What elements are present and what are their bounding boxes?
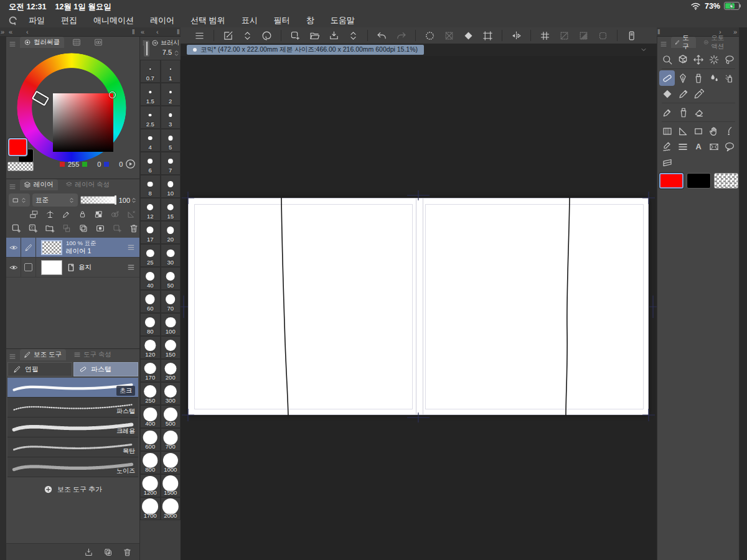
- tab-color-circle[interactable]: 컬러써클: [20, 37, 64, 48]
- layer-menu-handle[interactable]: [127, 243, 139, 251]
- pencil-tool[interactable]: [691, 70, 706, 86]
- menu-item-1[interactable]: 편집: [61, 15, 77, 26]
- layers-panel-menu-icon[interactable]: [9, 183, 16, 190]
- brush-size-3[interactable]: 3: [161, 106, 181, 129]
- select-area-button[interactable]: [421, 29, 438, 42]
- decoration-tool[interactable]: [659, 139, 674, 154]
- canvas-viewport[interactable]: [181, 56, 657, 560]
- tonal-correction[interactable]: [45, 210, 55, 219]
- tab-list-chevron[interactable]: [639, 45, 648, 54]
- brush-size-50[interactable]: 50: [161, 267, 181, 290]
- layer-row-1[interactable]: 용지: [6, 258, 139, 278]
- brush-size-1[interactable]: 1: [161, 60, 181, 83]
- toolbar-expand-button[interactable]: [239, 29, 256, 42]
- import-sub-tool-button[interactable]: [84, 548, 93, 557]
- brush-size-1700[interactable]: 1700: [140, 497, 161, 520]
- brush-size-60[interactable]: 60: [140, 290, 161, 313]
- brush-size-100[interactable]: 100: [161, 313, 181, 336]
- sub-tool-item-3[interactable]: 목탄: [7, 437, 138, 457]
- add-sub-tool-button[interactable]: 보조 도구 추가: [6, 485, 139, 494]
- auto-select-tool[interactable]: [707, 52, 721, 67]
- menu-item-3[interactable]: 레이어: [150, 15, 174, 26]
- expand-right-dock-arrow[interactable]: »: [733, 27, 737, 36]
- opacity-slider-handle[interactable]: [115, 195, 116, 205]
- brush-size-250[interactable]: 250: [140, 382, 161, 405]
- selection-tool[interactable]: [722, 52, 737, 67]
- brush-size-800[interactable]: 800: [140, 451, 161, 474]
- sub-color-swatch[interactable]: [687, 173, 711, 189]
- snap-to-ruler-button[interactable]: [556, 29, 573, 42]
- tab-layers[interactable]: 레이어: [20, 179, 58, 190]
- brush-size-2000[interactable]: 2000: [161, 497, 181, 520]
- layer-thumbnail[interactable]: [41, 260, 62, 275]
- liquify-tool[interactable]: [722, 123, 737, 139]
- snap-to-grid-button[interactable]: [594, 29, 611, 42]
- brush-size-20[interactable]: 20: [161, 221, 181, 244]
- new-raster-layer[interactable]: [11, 223, 21, 233]
- ruler-tool[interactable]: [675, 139, 690, 154]
- tab-color-mixing[interactable]: [90, 37, 108, 48]
- transparent-swatch[interactable]: [714, 173, 738, 189]
- enable-mask[interactable]: [110, 210, 120, 219]
- link-size-icon[interactable]: [151, 39, 159, 47]
- duplicate-sub-tool-button[interactable]: [103, 548, 113, 557]
- brush-size-1000[interactable]: 1000: [161, 451, 181, 474]
- tab-tool[interactable]: 도구: [671, 37, 696, 48]
- redo-button[interactable]: [393, 29, 410, 42]
- brush-size-120[interactable]: 120: [140, 336, 161, 359]
- dock-divider-2[interactable]: ‖: [177, 27, 180, 36]
- new-layer-folder[interactable]: [45, 223, 55, 233]
- brush-size-2.5[interactable]: 2.5: [140, 106, 161, 129]
- grid-button[interactable]: [537, 29, 553, 42]
- ruler-range[interactable]: [126, 210, 136, 219]
- layer-visibility-toggle[interactable]: [6, 258, 21, 277]
- figure-tool[interactable]: [675, 123, 690, 139]
- open-file-button[interactable]: [306, 29, 323, 42]
- new-canvas-button[interactable]: [287, 29, 304, 42]
- menu-item-0[interactable]: 파일: [29, 15, 45, 26]
- transparent-color-swatch[interactable]: [7, 162, 34, 171]
- airbrush-tool[interactable]: [722, 70, 737, 86]
- tab-auto-action[interactable]: 오토 액션: [700, 37, 735, 48]
- tab-layer-property[interactable]: 레이어 속성: [62, 179, 114, 190]
- frame-tool[interactable]: [707, 139, 721, 154]
- opacity-slider[interactable]: [80, 196, 116, 204]
- brush-size-200[interactable]: 200: [161, 359, 181, 382]
- new-layer-dialog[interactable]: [28, 223, 38, 233]
- brush-size-170[interactable]: 170: [140, 359, 161, 382]
- layer-checkbox[interactable]: [21, 258, 36, 277]
- brush-size-300[interactable]: 300: [161, 382, 181, 405]
- brush-tool[interactable]: [707, 70, 721, 86]
- menu-item-4[interactable]: 선택 범위: [190, 15, 225, 26]
- brush-size-600[interactable]: 600: [140, 428, 161, 451]
- dock-divider-3[interactable]: ‖: [657, 27, 660, 36]
- gradient-tool[interactable]: [659, 123, 674, 139]
- expand-dock-arrow[interactable]: »: [1, 27, 4, 36]
- menu-item-8[interactable]: 도움말: [331, 15, 355, 26]
- menu-item-6[interactable]: 필터: [274, 15, 290, 26]
- layer-thumbnail[interactable]: [41, 240, 62, 255]
- brush-size-1500[interactable]: 1500: [161, 474, 181, 497]
- color-panel-menu-icon[interactable]: [9, 40, 16, 48]
- collapse-left-dock-arrow[interactable]: «: [9, 27, 12, 36]
- save-options-button[interactable]: [345, 29, 362, 42]
- palette-color-selector[interactable]: [9, 194, 30, 207]
- brush-size-70[interactable]: 70: [161, 290, 181, 313]
- clip-studio-home-button[interactable]: [258, 29, 275, 42]
- collapse-brush-arrow[interactable]: ‹: [156, 27, 159, 36]
- eraser-tool[interactable]: [692, 105, 707, 120]
- layer-menu-handle[interactable]: [127, 263, 139, 271]
- brush-size-500[interactable]: 500: [161, 405, 181, 428]
- collapse-color-arrow[interactable]: ‹: [26, 27, 29, 36]
- operation-tool[interactable]: [675, 52, 690, 67]
- snap-to-special-ruler-button[interactable]: [575, 29, 592, 42]
- brush-size-4[interactable]: 4: [140, 129, 161, 152]
- hand-tool[interactable]: [707, 123, 721, 139]
- eyedropper-tool[interactable]: [692, 86, 707, 101]
- delete-layer[interactable]: [129, 223, 139, 233]
- layer-draw-target[interactable]: [21, 238, 36, 257]
- brush-size-6[interactable]: 6: [140, 152, 161, 175]
- tool-panel-menu-icon[interactable]: [660, 40, 667, 48]
- brush-size-10[interactable]: 10: [161, 175, 181, 198]
- save-file-button[interactable]: [326, 29, 342, 42]
